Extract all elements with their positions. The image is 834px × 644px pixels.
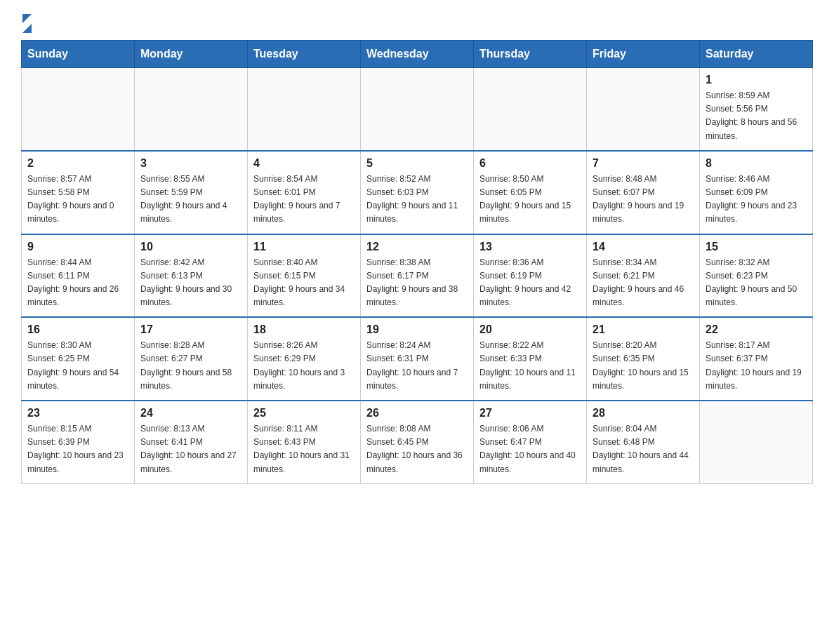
calendar-cell: 19Sunrise: 8:24 AMSunset: 6:31 PMDayligh… xyxy=(361,317,474,401)
day-info: Sunrise: 8:42 AMSunset: 6:13 PMDaylight:… xyxy=(140,256,241,310)
day-number: 5 xyxy=(366,157,468,170)
calendar-cell: 24Sunrise: 8:13 AMSunset: 6:41 PMDayligh… xyxy=(135,401,248,483)
calendar-cell: 18Sunrise: 8:26 AMSunset: 6:29 PMDayligh… xyxy=(248,317,361,401)
calendar-cell xyxy=(248,68,361,151)
day-number: 19 xyxy=(366,323,468,336)
day-info: Sunrise: 8:48 AMSunset: 6:07 PMDaylight:… xyxy=(593,173,694,227)
day-number: 23 xyxy=(27,407,128,420)
calendar-cell: 23Sunrise: 8:15 AMSunset: 6:39 PMDayligh… xyxy=(22,401,135,483)
logo xyxy=(21,14,32,33)
day-number: 15 xyxy=(706,241,807,253)
day-number: 8 xyxy=(706,157,807,170)
weekday-header-tuesday: Tuesday xyxy=(248,41,361,68)
calendar-table: SundayMondayTuesdayWednesdayThursdayFrid… xyxy=(21,40,813,484)
calendar-cell: 26Sunrise: 8:08 AMSunset: 6:45 PMDayligh… xyxy=(361,401,474,483)
day-info: Sunrise: 8:52 AMSunset: 6:03 PMDaylight:… xyxy=(366,173,468,227)
day-info: Sunrise: 8:30 AMSunset: 6:25 PMDaylight:… xyxy=(27,339,128,393)
calendar-cell: 4Sunrise: 8:54 AMSunset: 6:01 PMDaylight… xyxy=(248,151,361,234)
day-info: Sunrise: 8:46 AMSunset: 6:09 PMDaylight:… xyxy=(706,173,807,227)
day-number: 26 xyxy=(366,407,468,420)
calendar-cell: 2Sunrise: 8:57 AMSunset: 5:58 PMDaylight… xyxy=(22,151,135,234)
calendar-cell xyxy=(700,401,813,483)
calendar-cell: 14Sunrise: 8:34 AMSunset: 6:21 PMDayligh… xyxy=(587,234,700,318)
day-info: Sunrise: 8:28 AMSunset: 6:27 PMDaylight:… xyxy=(140,339,241,393)
calendar-cell: 27Sunrise: 8:06 AMSunset: 6:47 PMDayligh… xyxy=(474,401,587,483)
day-number: 11 xyxy=(253,241,355,253)
day-number: 13 xyxy=(479,241,581,253)
calendar-cell: 10Sunrise: 8:42 AMSunset: 6:13 PMDayligh… xyxy=(135,234,248,318)
calendar-cell xyxy=(22,68,135,151)
day-number: 14 xyxy=(593,241,694,253)
calendar-cell: 9Sunrise: 8:44 AMSunset: 6:11 PMDaylight… xyxy=(22,234,135,318)
calendar-cell: 1Sunrise: 8:59 AMSunset: 5:56 PMDaylight… xyxy=(700,68,813,151)
day-info: Sunrise: 8:44 AMSunset: 6:11 PMDaylight:… xyxy=(27,256,128,310)
calendar-cell: 3Sunrise: 8:55 AMSunset: 5:59 PMDaylight… xyxy=(135,151,248,234)
day-info: Sunrise: 8:15 AMSunset: 6:39 PMDaylight:… xyxy=(27,422,128,476)
day-info: Sunrise: 8:55 AMSunset: 5:59 PMDaylight:… xyxy=(140,173,241,227)
calendar-cell xyxy=(135,68,248,151)
calendar-cell: 25Sunrise: 8:11 AMSunset: 6:43 PMDayligh… xyxy=(248,401,361,483)
weekday-header-wednesday: Wednesday xyxy=(361,41,474,68)
calendar-cell: 17Sunrise: 8:28 AMSunset: 6:27 PMDayligh… xyxy=(135,317,248,401)
week-row-2: 2Sunrise: 8:57 AMSunset: 5:58 PMDaylight… xyxy=(22,151,813,234)
day-info: Sunrise: 8:34 AMSunset: 6:21 PMDaylight:… xyxy=(593,256,694,310)
calendar-cell: 13Sunrise: 8:36 AMSunset: 6:19 PMDayligh… xyxy=(474,234,587,318)
weekday-header-sunday: Sunday xyxy=(22,41,135,68)
day-number: 10 xyxy=(140,241,241,253)
day-info: Sunrise: 8:59 AMSunset: 5:56 PMDaylight:… xyxy=(706,89,807,143)
day-info: Sunrise: 8:54 AMSunset: 6:01 PMDaylight:… xyxy=(253,173,355,227)
day-info: Sunrise: 8:13 AMSunset: 6:41 PMDaylight:… xyxy=(140,422,241,476)
day-info: Sunrise: 8:26 AMSunset: 6:29 PMDaylight:… xyxy=(253,339,355,393)
day-number: 1 xyxy=(706,74,807,86)
day-info: Sunrise: 8:57 AMSunset: 5:58 PMDaylight:… xyxy=(27,173,128,227)
day-info: Sunrise: 8:36 AMSunset: 6:19 PMDaylight:… xyxy=(479,256,581,310)
weekday-header-thursday: Thursday xyxy=(474,41,587,68)
day-info: Sunrise: 8:08 AMSunset: 6:45 PMDaylight:… xyxy=(366,422,468,476)
calendar-cell: 28Sunrise: 8:04 AMSunset: 6:48 PMDayligh… xyxy=(587,401,700,483)
calendar-cell: 11Sunrise: 8:40 AMSunset: 6:15 PMDayligh… xyxy=(248,234,361,318)
day-info: Sunrise: 8:17 AMSunset: 6:37 PMDaylight:… xyxy=(706,339,807,393)
day-number: 3 xyxy=(140,157,241,170)
calendar-cell: 21Sunrise: 8:20 AMSunset: 6:35 PMDayligh… xyxy=(587,317,700,401)
day-number: 28 xyxy=(593,407,694,420)
weekday-header-monday: Monday xyxy=(135,41,248,68)
day-number: 20 xyxy=(479,323,581,336)
calendar-cell xyxy=(587,68,700,151)
day-number: 22 xyxy=(706,323,807,336)
weekday-header-row: SundayMondayTuesdayWednesdayThursdayFrid… xyxy=(22,41,813,68)
day-number: 24 xyxy=(140,407,241,420)
week-row-5: 23Sunrise: 8:15 AMSunset: 6:39 PMDayligh… xyxy=(22,401,813,483)
day-number: 21 xyxy=(593,323,694,336)
calendar-cell: 20Sunrise: 8:22 AMSunset: 6:33 PMDayligh… xyxy=(474,317,587,401)
calendar-cell: 15Sunrise: 8:32 AMSunset: 6:23 PMDayligh… xyxy=(700,234,813,318)
calendar-cell: 6Sunrise: 8:50 AMSunset: 6:05 PMDaylight… xyxy=(474,151,587,234)
weekday-header-friday: Friday xyxy=(587,41,700,68)
day-info: Sunrise: 8:11 AMSunset: 6:43 PMDaylight:… xyxy=(253,422,355,476)
day-number: 6 xyxy=(479,157,581,170)
day-info: Sunrise: 8:32 AMSunset: 6:23 PMDaylight:… xyxy=(706,256,807,310)
day-number: 17 xyxy=(140,323,241,336)
day-number: 16 xyxy=(27,323,128,336)
day-number: 2 xyxy=(27,157,128,170)
day-info: Sunrise: 8:06 AMSunset: 6:47 PMDaylight:… xyxy=(479,422,581,476)
day-number: 25 xyxy=(253,407,355,420)
day-number: 18 xyxy=(253,323,355,336)
weekday-header-saturday: Saturday xyxy=(700,41,813,68)
calendar-cell: 7Sunrise: 8:48 AMSunset: 6:07 PMDaylight… xyxy=(587,151,700,234)
day-info: Sunrise: 8:24 AMSunset: 6:31 PMDaylight:… xyxy=(366,339,468,393)
calendar-cell: 5Sunrise: 8:52 AMSunset: 6:03 PMDaylight… xyxy=(361,151,474,234)
calendar-cell xyxy=(361,68,474,151)
calendar-cell: 22Sunrise: 8:17 AMSunset: 6:37 PMDayligh… xyxy=(700,317,813,401)
week-row-3: 9Sunrise: 8:44 AMSunset: 6:11 PMDaylight… xyxy=(22,234,813,318)
day-info: Sunrise: 8:22 AMSunset: 6:33 PMDaylight:… xyxy=(479,339,581,393)
calendar-cell xyxy=(474,68,587,151)
day-info: Sunrise: 8:20 AMSunset: 6:35 PMDaylight:… xyxy=(593,339,694,393)
day-number: 7 xyxy=(593,157,694,170)
day-number: 4 xyxy=(253,157,355,170)
day-info: Sunrise: 8:40 AMSunset: 6:15 PMDaylight:… xyxy=(253,256,355,310)
day-info: Sunrise: 8:04 AMSunset: 6:48 PMDaylight:… xyxy=(593,422,694,476)
day-info: Sunrise: 8:38 AMSunset: 6:17 PMDaylight:… xyxy=(366,256,468,310)
calendar-cell: 16Sunrise: 8:30 AMSunset: 6:25 PMDayligh… xyxy=(22,317,135,401)
week-row-4: 16Sunrise: 8:30 AMSunset: 6:25 PMDayligh… xyxy=(22,317,813,401)
page-header xyxy=(21,14,813,33)
